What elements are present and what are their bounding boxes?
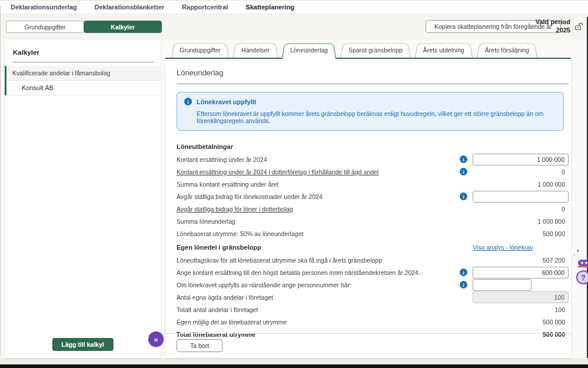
nav-skatteplanering[interactable]: Skatteplanering xyxy=(245,4,294,11)
row-label: Antal egna ägda andelar i företaget xyxy=(177,294,460,301)
form-rows: Löneutbetalningar Kontant ersättning und… xyxy=(177,140,569,340)
period-year: 2025 xyxy=(536,26,570,34)
row-value: 1 000 000 xyxy=(537,218,569,225)
tab-arets-forsaljning[interactable]: Årets försäljning xyxy=(477,42,537,58)
row-lonebaserat-utrymme: Lönebaserat utrymme: 50% av löneunderlag… xyxy=(177,227,569,240)
row-loneuttagskrav: Löneuttagskrav för att lönebaserat utrym… xyxy=(177,254,569,266)
info-box: i Lönekravet uppfyllt Eftersom lönekrave… xyxy=(177,92,564,131)
row-label: Kontant ersättning under år 2024 xyxy=(177,156,460,163)
kontant-ersattning-input[interactable] xyxy=(473,154,569,165)
row-value: 100 xyxy=(554,306,569,313)
help-button[interactable]: ? xyxy=(576,270,588,284)
tab-bar: Grunduppgifter Händelser Löneunderlag Sp… xyxy=(165,41,571,58)
info-icon[interactable]: i xyxy=(460,268,467,276)
info-icon: i xyxy=(184,98,192,105)
row-value: 0 xyxy=(562,168,569,175)
tab-loneunderlag[interactable]: Löneunderlag xyxy=(282,42,336,58)
row-kontant-dotterforetag: Kontant ersättning under år 2024 i dotte… xyxy=(177,165,569,178)
row-antal-egna-andelar: Antal egna ägda andelar i företaget xyxy=(177,291,569,303)
nav-deklarationsunderlag[interactable]: Deklarationsunderlag xyxy=(11,4,77,11)
tab-sparat-gransbelopp[interactable]: Sparat gränsbelopp xyxy=(340,42,411,58)
row-label: Summa kontant ersättning under året xyxy=(177,181,460,188)
sidebar-item-konsult-ab[interactable]: Konsult AB xyxy=(6,80,161,95)
calc-group: Kvalificerade andelar i fåmansbolag Kons… xyxy=(5,66,161,95)
info-box-title: Lönekravet uppfyllt xyxy=(197,98,256,105)
toggle-kalkyler[interactable]: Kalkyler xyxy=(84,21,162,33)
hogst-betalda-input[interactable] xyxy=(473,267,569,279)
sidebar-divider xyxy=(13,62,154,62)
tab-grunduppgifter[interactable]: Grunduppgifter xyxy=(171,42,229,58)
row-totalt-antal-andelar: Totalt antal andelar i företaget 100 xyxy=(177,303,569,316)
nav-deklarationsblanketter[interactable]: Deklarationsblanketter xyxy=(94,4,164,11)
section-egen-lonedel: Egen lönedel i gränsbelopp Visa analys -… xyxy=(177,241,569,254)
row-label: Löneuttagskrav för att lönebaserat utrym… xyxy=(177,257,460,264)
info-box-text: Eftersom lönekravet är uppfyllt kommer å… xyxy=(197,110,556,124)
remove-button[interactable]: Ta bort xyxy=(177,339,222,352)
row-avgar-bidrag: Avgår statliga bidrag för lönekostnader … xyxy=(177,190,569,203)
row-value: 507 200 xyxy=(543,257,569,264)
row-label: Totalt antal andelar i företaget xyxy=(177,306,460,313)
toggle-grunduppgifter[interactable]: Grunduppgifter xyxy=(6,21,84,33)
top-nav: Deklarationsunderlag Deklarationsblanket… xyxy=(0,1,588,14)
main-panel: Grunduppgifter Händelser Löneunderlag Sp… xyxy=(165,41,571,358)
assistant-widget: ✦ ✦ ? xyxy=(572,246,588,287)
title-divider xyxy=(177,84,569,84)
info-icon[interactable]: i xyxy=(460,193,467,200)
row-avgar-dotterbolag: Avgår statliga bidrag för löner i dotter… xyxy=(177,203,569,215)
antal-egna-andelar-input xyxy=(473,291,569,303)
selected-period: Vald period 2025 xyxy=(536,18,570,34)
bottom-strip xyxy=(0,358,588,364)
row-link-label[interactable]: Avgår statliga bidrag för löner i dotter… xyxy=(177,205,460,213)
row-link-label[interactable]: Kontant ersättning under år 2024 i dotte… xyxy=(177,168,460,175)
period-label: Vald period xyxy=(536,18,570,26)
question-mark-icon: ? xyxy=(581,273,586,282)
unlock-icon[interactable] xyxy=(574,22,583,31)
sidebar-title: Kalkyler xyxy=(5,39,161,56)
tab-arets-utdelning[interactable]: Årets utdelning xyxy=(415,42,473,58)
add-calc-button[interactable]: Lägg till kalkyl xyxy=(52,338,113,351)
row-value: 500 000 xyxy=(543,230,569,237)
row-value: 500 000 xyxy=(543,319,569,326)
tab-handelser[interactable]: Händelser xyxy=(233,42,278,58)
row-summa-kontant: Summa kontant ersättning under året 1 00… xyxy=(177,178,569,190)
sidebar-item-kvalificerade-andelar[interactable]: Kvalificerade andelar i fåmansbolag xyxy=(6,66,161,80)
row-label: Lönebaserat utrymme: 50% av löneunderlag… xyxy=(177,230,460,237)
row-label: Egen möjlig del av lönebaserat utrymme xyxy=(177,319,460,326)
row-egen-mojlig-del: Egen möjlig del av lönebaserat utrymme 5… xyxy=(177,316,569,328)
row-label: Ange kontant ersättning till den högst b… xyxy=(177,269,460,276)
row-personnummer: Om lönekravet uppfylls av närstående ang… xyxy=(177,279,569,291)
row-label: Summa löneunderlag xyxy=(177,218,460,225)
sparkle-icon: ✦ xyxy=(573,253,576,257)
row-kontant-ersattning: Kontant ersättning under år 2024 i xyxy=(177,153,569,165)
info-icon[interactable]: i xyxy=(460,155,467,163)
taskbar xyxy=(0,364,588,368)
row-label: Om lönekravet uppfylls av närstående ang… xyxy=(177,281,460,289)
tab-content: Löneunderlag i Lönekravet uppfyllt Efter… xyxy=(165,58,571,358)
nav-rapportcentral[interactable]: Rapportcentral xyxy=(182,4,228,11)
window-left-edge xyxy=(0,5,1,356)
app-window: Deklarationsunderlag Deklarationsblanket… xyxy=(0,0,588,368)
row-summa-loneunderlag: Summa löneunderlag 1 000 000 xyxy=(177,215,569,227)
row-value: 1 000 000 xyxy=(537,181,569,188)
sidebar-collapse-button[interactable]: « xyxy=(148,331,164,347)
show-analysis-link[interactable]: Visa analys - lönekrav xyxy=(473,244,533,251)
section-loneutbetalningar: Löneutbetalningar xyxy=(177,140,569,153)
sparkle-icon: ✦ xyxy=(576,248,580,254)
row-hogst-betalda: Ange kontant ersättning till den högst b… xyxy=(177,266,569,279)
info-icon[interactable]: i xyxy=(460,281,467,289)
avgar-bidrag-input[interactable] xyxy=(473,191,569,203)
calc-sidebar: Kalkyler Kvalificerade andelar i fåmansb… xyxy=(5,39,161,358)
chevron-left-double-icon: « xyxy=(154,335,158,344)
row-value: 0 xyxy=(562,205,569,213)
toolbar: Grunduppgifter Kalkyler Kopiera skattepl… xyxy=(0,14,588,39)
personnummer-input[interactable] xyxy=(473,279,531,291)
page-title: Löneunderlag xyxy=(177,68,569,77)
robot-icon[interactable] xyxy=(577,258,588,269)
card-footer: Ta bort xyxy=(165,333,571,358)
row-label: Avgår statliga bidrag för lönekostnader … xyxy=(177,193,460,200)
info-icon[interactable]: i xyxy=(460,168,467,175)
view-toggle: Grunduppgifter Kalkyler xyxy=(6,21,162,33)
